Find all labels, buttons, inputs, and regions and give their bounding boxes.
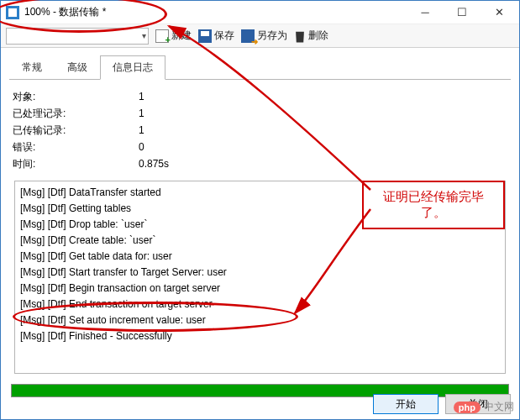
watermark-badge: php (454, 402, 481, 413)
watermark: php 中文网 (454, 400, 514, 414)
annotation-arrow-top (1, 1, 520, 420)
watermark-text: 中文网 (484, 400, 514, 414)
app-window: 100% - 数据传输 * ─ ☐ ✕ ▾ 新建 保存 另存为 删除 常规 高级 (0, 0, 520, 420)
